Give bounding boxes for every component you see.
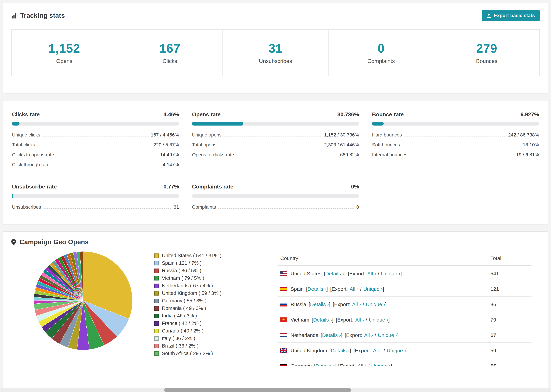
details-link[interactable]: Details › [331,347,350,353]
dotted-leader [42,136,149,136]
bar-chart-icon [11,13,17,18]
geo-table-row: Netherlands [Details ›] [Export: All › /… [278,327,531,343]
bracket: [ [321,332,322,338]
rate-stat-value: 0 [356,204,359,210]
rate-stat-rows: Hard bounces 242 / 86.738% Soft bounces … [372,130,539,159]
legend-swatch [154,253,159,258]
bracket: [ [314,363,315,366]
geo-table-row: Russia [Details ›] [Export: All › / Uniq… [278,296,531,312]
rate-stat-value: 242 / 86.738% [508,132,539,138]
details-link[interactable]: Details › [322,332,341,338]
rate-stat-row: Clicks to opens rate 14.497% [12,149,179,159]
export-all-link[interactable]: All › [364,332,373,338]
rate-block: Unsubscribe rate 0.77% Unsubscribes 31 [12,184,179,212]
export-unique-link[interactable]: Unique › [378,332,397,338]
stat-label: Bounces [476,58,497,64]
legend-item: Spain ( 121 / 7% ) [154,260,221,266]
stat-value: 167 [159,41,180,56]
bracket: ] [329,301,330,307]
rate-title: Complaints rate [192,184,233,190]
rate-stat-value: 689.82% [340,152,359,157]
rate-stat-label: Soft bounces [372,142,400,147]
export-unique-link[interactable]: Unique › [366,301,385,307]
export-basic-stats-button[interactable]: Export basic stats [482,10,540,21]
rate-stat-label: Click through rate [12,162,49,167]
bracket: ] [400,270,402,276]
details-link[interactable]: Details › [316,363,334,366]
pie-chart-svg [33,251,133,351]
export-unique-link[interactable]: Unique › [363,286,383,292]
horizontal-scrollbar-thumb[interactable] [164,388,351,392]
rate-stat-label: Unique clicks [12,132,40,138]
stat-box: 0 Complaints [328,29,434,76]
export-unique-link[interactable]: Unique › [371,363,391,366]
export-prefix: [Export: [336,317,353,322]
export-all-link[interactable]: All › [355,317,364,322]
export-unique-link[interactable]: Unique › [381,270,400,276]
export-all-link[interactable]: All › [373,347,382,353]
rate-header: Opens rate 30.736% [192,112,359,118]
export-all-link[interactable]: All › [357,363,366,366]
legend-label: France ( 42 / 2% ) [162,321,202,326]
country-total: 79 [488,312,531,327]
details-link[interactable]: Details › [313,317,332,322]
country-name: Spain [290,286,304,292]
rate-stat-label: Unique opens [192,132,222,138]
legend-label: South Africa ( 29 / 2% ) [162,351,213,356]
country-total: 121 [488,281,531,296]
export-all-link[interactable]: All › [367,270,376,276]
dotted-leader [219,146,322,147]
export-prefix: [Export: [333,301,350,307]
dotted-leader [218,208,354,209]
export-all-link[interactable]: All › [352,301,361,307]
rate-stat-label: Hard bounces [372,132,402,138]
legend-swatch [154,261,159,265]
legend-label: Netherlands ( 67 / 4% ) [162,283,213,288]
location-pin-icon [11,239,16,245]
rate-value: 6.927% [520,112,539,118]
rate-stat-row: Opens to clicks rate 689.82% [192,149,359,159]
stat-box: 279 Bounces [434,29,540,76]
stat-value: 31 [268,41,283,56]
rate-value: 0% [351,184,359,190]
details-link[interactable]: Details › [308,286,326,292]
rate-stat-row: Unique opens 1,152 / 30.736% [192,130,359,140]
separator: / [363,301,364,307]
bracket: [ [324,270,325,276]
export-all-link[interactable]: All › [350,286,359,292]
rate-progress-fill [192,122,243,126]
export-prefix: [Export: [348,270,366,276]
legend-label: United Kingdom ( 59 / 3% ) [162,290,221,296]
stat-value: 279 [476,41,497,56]
rate-header: Clicks rate 4.46% [12,112,179,118]
legend-item: Romania ( 49 / 3% ) [154,305,221,311]
export-unique-link[interactable]: Unique › [387,347,406,353]
legend-item: South Africa ( 29 / 2% ) [154,351,221,356]
geo-opens-title-group: Campaign Geo Opens [11,238,89,246]
legend-label: United States ( 541 / 31% ) [162,253,221,258]
rate-stat-row: Total clicks 220 / 5.87% [12,140,179,149]
legend-swatch [154,351,159,356]
legend-label: Germany ( 55 / 3% ) [162,298,206,303]
dotted-leader [43,208,172,209]
legend-item: Canada ( 40 / 2% ) [154,328,221,334]
geo-table-header-total: Total [488,251,531,266]
bracket: [ [306,286,308,292]
rate-header: Bounce rate 6.927% [372,112,539,118]
country-name: Vietnam [290,317,309,322]
dotted-leader [51,166,161,166]
legend-item: Italy ( 36 / 2% ) [154,336,221,341]
legend-item: Russia ( 86 / 5% ) [154,268,221,273]
rate-stat-row: Unsubscribes 31 [12,202,179,212]
rate-stat-value: 220 / 5.87% [154,142,179,147]
legend-item: France ( 42 / 2% ) [154,321,221,326]
country-total: 86 [488,296,531,312]
details-link[interactable]: Details › [325,270,344,276]
rate-stat-rows: Unsubscribes 31 [12,202,179,212]
dotted-leader [56,156,158,156]
details-link[interactable]: Details › [310,301,329,307]
bracket: [ [329,347,331,353]
rate-progress-track [372,122,539,126]
legend-swatch [154,298,159,303]
export-unique-link[interactable]: Unique › [369,317,388,322]
